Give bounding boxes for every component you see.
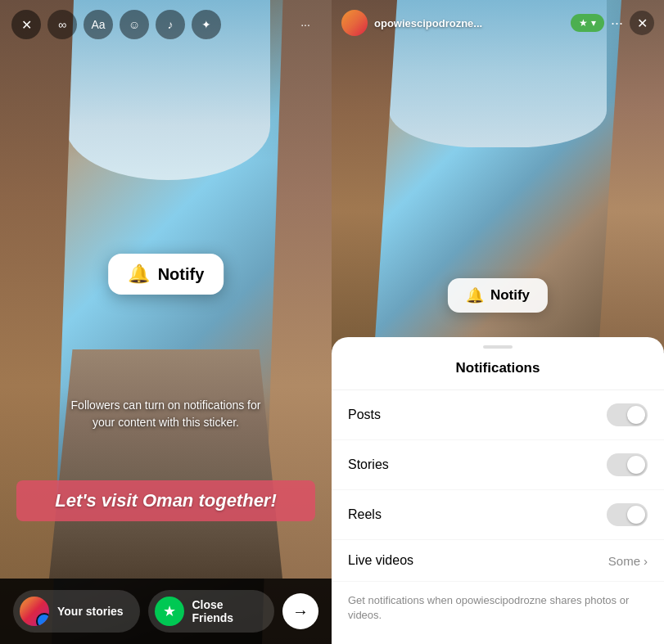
stories-row: Stories xyxy=(332,440,664,490)
next-button[interactable]: → xyxy=(282,593,318,629)
sheet-handle[interactable] xyxy=(483,345,513,349)
text-button[interactable]: Aa xyxy=(84,10,113,39)
sheet-title: Notifications xyxy=(332,354,664,390)
your-stories-pill[interactable]: Your stories xyxy=(13,590,140,633)
story-toolbar: ✕ ∞ Aa ☺ ♪ ✦ ··· xyxy=(0,0,332,49)
your-stories-label: Your stories xyxy=(57,605,124,618)
close-button[interactable]: ✕ xyxy=(11,10,41,39)
right-more-button[interactable]: ··· xyxy=(611,15,623,32)
notifications-bottom-sheet: Notifications Posts Stories Reels Live v… xyxy=(332,337,664,644)
more-button[interactable]: ··· xyxy=(291,10,320,39)
chevron-icon: › xyxy=(644,554,648,568)
music-button[interactable]: ♪ xyxy=(156,10,185,39)
close-friends-icon: ★ xyxy=(155,597,184,626)
posts-row: Posts xyxy=(332,390,664,440)
live-videos-setting: Some xyxy=(608,554,640,568)
live-videos-row[interactable]: Live videos Some › xyxy=(332,540,664,582)
close-friends-label: Close Friends xyxy=(192,598,260,624)
posts-label: Posts xyxy=(348,408,381,422)
reels-toggle[interactable] xyxy=(607,503,648,526)
notify-sticker[interactable]: 🔔 Notify xyxy=(108,254,224,295)
dropdown-icon: ▾ xyxy=(591,17,596,29)
right-story-panel: opowiescipodrozne... ★ ▾ ··· ✕ 🔔 Notify … xyxy=(332,0,664,644)
infinity-button[interactable]: ∞ xyxy=(47,10,77,39)
bottom-bar: Your stories ★ Close Friends → xyxy=(0,579,332,644)
effects-button[interactable]: ✦ xyxy=(192,10,221,39)
banner-text-label: Let's visit Oman together! xyxy=(55,490,277,511)
right-notify-label: Notify xyxy=(490,287,530,304)
posts-toggle[interactable] xyxy=(607,403,648,426)
followers-info-text: Followers can turn on notifications for … xyxy=(68,397,264,431)
sheet-footer: Get notifications when opowiescipodrozne… xyxy=(332,582,664,634)
right-notify-sticker[interactable]: 🔔 Notify xyxy=(448,278,548,313)
stories-toggle[interactable] xyxy=(607,453,648,476)
reels-label: Reels xyxy=(348,507,382,522)
follow-star-button[interactable]: ★ ▾ xyxy=(571,14,604,32)
reels-row: Reels xyxy=(332,490,664,540)
notify-label: Notify xyxy=(158,265,205,284)
banner-text: Let's visit Oman together! xyxy=(16,480,315,521)
right-user-avatar xyxy=(341,10,368,36)
live-videos-value: Some › xyxy=(608,554,648,568)
right-topbar: opowiescipodrozne... ★ ▾ ··· ✕ xyxy=(332,0,664,46)
right-username: opowiescipodrozne... xyxy=(374,17,564,29)
left-story-panel: ✕ ∞ Aa ☺ ♪ ✦ ··· 🔔 Notify Followers can … xyxy=(0,0,332,644)
user-avatar xyxy=(20,597,49,626)
close-friends-pill[interactable]: ★ Close Friends xyxy=(148,590,275,633)
arrow-icon: → xyxy=(292,602,309,621)
live-videos-label: Live videos xyxy=(348,553,413,568)
ground-area xyxy=(49,349,282,579)
right-close-button[interactable]: ✕ xyxy=(630,11,654,35)
bell-icon: 🔔 xyxy=(128,263,150,285)
stories-label: Stories xyxy=(348,457,389,472)
sticker-button[interactable]: ☺ xyxy=(120,10,149,39)
star-icon: ★ xyxy=(579,17,588,29)
right-bell-icon: 🔔 xyxy=(466,286,484,304)
